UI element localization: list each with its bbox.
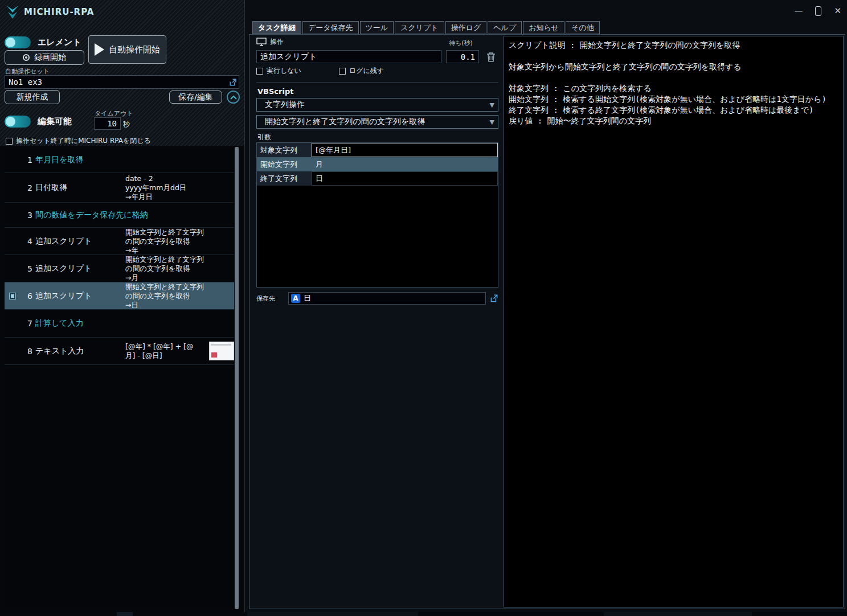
open-set-icon[interactable] [228, 78, 237, 87]
wait-seconds-input[interactable] [446, 50, 479, 63]
step-title: 間の数値をデータ保存先に格納 [35, 210, 148, 220]
step-list-scrollbar[interactable] [235, 147, 239, 609]
save-edit-button[interactable]: 保存/編集 [169, 91, 222, 104]
argument-name: 対象文字列 [257, 143, 312, 157]
tab-data-destination[interactable]: データ保存先 [302, 21, 359, 34]
argument-name: 開始文字列 [257, 157, 312, 171]
new-set-button[interactable]: 新規作成 [5, 90, 60, 104]
step-row-4[interactable]: 4 追加スクリプト 開始文字列と終了文字列 の間の文字列を取得 →年 [5, 228, 234, 255]
record-start-button[interactable]: 録画開始 [5, 50, 84, 65]
argument-value-input[interactable]: 日 [312, 171, 498, 186]
close-on-finish-row: 操作セット終了時にMICHIRU RPAを閉じる [6, 136, 151, 146]
keep-log-label: ログに残す [349, 66, 384, 76]
argument-name: 終了文字列 [257, 171, 312, 186]
minimize-button[interactable]: — [794, 5, 803, 17]
section-divider [256, 82, 498, 83]
taskbar-sliver [0, 612, 847, 616]
collapse-panel-button[interactable] [227, 91, 240, 104]
step-row-5[interactable]: 5 追加スクリプト 開始文字列と終了文字列 の間の文字列を取得 →月 [5, 255, 234, 282]
argument-row-start[interactable]: 開始文字列 月 [257, 157, 498, 171]
step-row-3[interactable]: 3 間の数値をデータ保存先に格納 [5, 203, 234, 228]
operation-label: 操作 [270, 37, 284, 47]
argument-row-target[interactable]: 対象文字列 [@年月日] [257, 143, 498, 157]
play-icon [95, 43, 104, 56]
step-number: 1 [27, 155, 35, 165]
tab-label: タスク詳細 [258, 23, 296, 33]
skip-execution-label: 実行しない [267, 66, 301, 76]
step-title: テキスト入力 [35, 346, 125, 356]
wait-seconds-label: 待ち(秒) [449, 39, 473, 47]
step-number: 4 [27, 237, 35, 246]
step-number: 8 [27, 347, 35, 356]
taskbar-segment [117, 612, 133, 616]
close-on-finish-checkbox[interactable] [6, 138, 13, 145]
script-category-select[interactable]: 文字列操作 ▼ [256, 98, 498, 112]
argument-value-input[interactable]: 月 [312, 157, 498, 171]
tab-help[interactable]: ヘルプ [488, 21, 522, 34]
argument-row-end[interactable]: 終了文字列 日 [257, 171, 498, 186]
tab-bar: タスク詳細 データ保存先 ツール スクリプト 操作ログ ヘルプ お知らせ その他 [252, 21, 600, 34]
taskbar-segment [604, 612, 752, 616]
step-selected-checkbox[interactable] [9, 293, 16, 299]
step-number: 6 [27, 291, 35, 301]
step-row-8[interactable]: 8 テキスト入力 [@年] * [@年] + [@ 月] - [@日] [5, 338, 234, 365]
argument-value-input[interactable]: [@年月日] [312, 143, 498, 157]
keep-log-checkbox[interactable] [339, 68, 346, 75]
new-set-label: 新規作成 [17, 92, 48, 102]
vbscript-section-label: VBScript [257, 87, 293, 96]
timeout-input[interactable] [94, 117, 121, 130]
editable-toggle[interactable] [5, 116, 31, 128]
scrollbar-thumb[interactable] [235, 147, 239, 609]
step-row-6-selected[interactable]: 6 追加スクリプト 開始文字列と終了文字列 の間の文字列を取得 →日 [5, 282, 234, 310]
step-title: 追加スクリプト [35, 264, 125, 274]
step-description: 開始文字列と終了文字列 の間の文字列を取得 →日 [125, 282, 234, 310]
step-title: 年月日を取得 [35, 155, 125, 165]
michiru-logo-icon [6, 5, 19, 19]
step-row-1[interactable]: 1 年月日を取得 [5, 147, 234, 173]
tab-label: お知らせ [529, 23, 559, 33]
tab-task-detail[interactable]: タスク詳細 [252, 21, 301, 34]
save-destination-row: 保存先 A 日 [256, 291, 498, 305]
step-row-2[interactable]: 2 日付取得 date - 2 yyyy年mm月dd日 →年月日 [5, 173, 234, 203]
element-toggle-knob [6, 38, 15, 47]
script-function-select[interactable]: 開始文字列と終了文字列の間の文字列を取得 ▼ [256, 115, 498, 129]
save-destination-value: 日 [304, 293, 311, 303]
app-logo: MICHIRU-RPA [6, 5, 94, 19]
tab-script[interactable]: スクリプト [395, 21, 444, 34]
skip-execution-row: 実行しない [256, 66, 301, 76]
step-row-7[interactable]: 7 計算して入力 [5, 310, 234, 338]
taskbar-segment [247, 612, 418, 616]
element-toggle[interactable] [5, 36, 31, 48]
arguments-table: 対象文字列 [@年月日] 開始文字列 月 終了文字列 日 [256, 142, 498, 288]
maximize-icon[interactable] [815, 6, 821, 16]
step-number: 2 [27, 183, 35, 192]
open-destination-icon[interactable] [489, 294, 498, 303]
save-destination-field[interactable]: A 日 [288, 292, 486, 305]
tab-news[interactable]: お知らせ [523, 21, 564, 34]
skip-execution-checkbox[interactable] [256, 68, 263, 75]
editable-toggle-label: 編集可能 [38, 116, 72, 127]
set-name-input[interactable] [5, 76, 228, 88]
step-number: 7 [27, 319, 35, 328]
delete-step-button[interactable] [486, 50, 498, 64]
step-description: [@年] * [@年] + [@ 月] - [@日] [125, 342, 207, 360]
auto-set-label: 自動操作セット [5, 67, 50, 76]
tab-label: ツール [366, 23, 388, 33]
app-title: MICHIRU-RPA [24, 7, 94, 17]
arguments-label: 引数 [257, 133, 271, 142]
operation-name-input[interactable] [256, 50, 441, 63]
step-thumbnail-image [209, 342, 234, 360]
auto-start-button[interactable]: 自動操作開始 [88, 35, 166, 64]
trash-icon [486, 51, 496, 63]
tab-other[interactable]: その他 [566, 21, 600, 34]
chevron-down-icon: ▼ [490, 101, 494, 109]
set-name-field-wrap [5, 75, 239, 89]
tab-tools[interactable]: ツール [360, 21, 394, 34]
sidebar: MICHIRU-RPA エレメント 録画開始 自動操作開始 自動操作セット 新規… [0, 0, 245, 612]
record-start-label: 録画開始 [34, 52, 66, 63]
close-button[interactable]: ✕ [834, 5, 841, 17]
step-title: 計算して入力 [35, 318, 125, 328]
tab-label: スクリプト [400, 23, 439, 33]
step-title: 追加スクリプト [35, 291, 125, 301]
tab-operation-log[interactable]: 操作ログ [445, 21, 487, 34]
